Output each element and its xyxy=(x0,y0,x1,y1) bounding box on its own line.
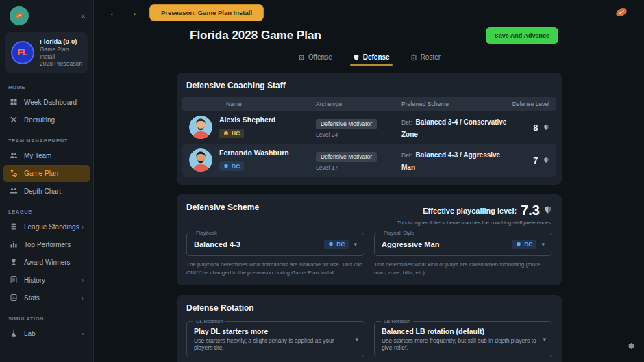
card-title: Defense Rotation xyxy=(186,303,552,313)
role-badge-dc: DC xyxy=(219,161,244,171)
col-name: Name xyxy=(189,101,316,107)
team-season: 2028 Preseason xyxy=(40,60,82,68)
table-header: Name Archetype Preferred Scheme Defense … xyxy=(182,97,556,111)
phase-pill-button[interactable]: Preseason: Game Plan Install xyxy=(149,4,264,21)
playbook-value: Balanced 4-3 xyxy=(194,240,240,248)
sidebar-item-lab[interactable]: Lab › xyxy=(3,325,90,342)
coach-name: Fernando Washburn xyxy=(219,148,289,157)
football-icon[interactable] xyxy=(614,5,629,20)
chevron-down-icon: ▾ xyxy=(543,336,546,343)
offense-tab-icon xyxy=(298,54,305,61)
gear-icon[interactable] xyxy=(626,341,636,354)
chevron-right-icon: › xyxy=(82,223,84,231)
tab-offense[interactable]: Offense xyxy=(298,53,332,64)
defense-level-value: 7 xyxy=(533,155,538,166)
tab-label: Offense xyxy=(308,53,332,61)
coach-level: Level 17 xyxy=(316,164,401,171)
sidebar-item-label: Top Performers xyxy=(24,241,71,248)
tab-label: Defense xyxy=(363,53,390,61)
shield-icon xyxy=(543,154,549,166)
chevron-down-icon: ▾ xyxy=(354,241,357,248)
dashboard-icon xyxy=(9,98,18,107)
stats-icon xyxy=(9,294,18,302)
sidebar-item-top-performers[interactable]: Top Performers xyxy=(3,236,90,253)
forward-arrow-icon[interactable]: → xyxy=(123,5,143,19)
dl-rotation-label: DL Rotation xyxy=(193,318,225,324)
sidebar-item-depth-chart[interactable]: Depth Chart xyxy=(3,183,90,200)
sidebar-item-label: Depth Chart xyxy=(24,188,61,195)
app-logo-icon[interactable] xyxy=(10,6,29,25)
sidebar-item-league-standings[interactable]: League Standings › xyxy=(3,218,90,235)
archetype-badge: Defensive Motivator xyxy=(316,152,377,162)
tab-label: Roster xyxy=(421,53,441,61)
section-label-home: HOME xyxy=(0,76,93,93)
dl-rotation-select[interactable]: DL Rotation Play DL starters more Use st… xyxy=(186,321,364,357)
role-badge-dc: DC xyxy=(324,240,349,249)
sidebar-item-stats[interactable]: Stats › xyxy=(3,289,90,307)
sidebar-item-week-dashboard[interactable]: Week Dashboard xyxy=(3,94,90,111)
roster-tab-icon xyxy=(410,54,417,61)
sidebar-item-history[interactable]: History › xyxy=(3,272,90,289)
gameplan-icon xyxy=(9,169,18,178)
dl-rotation-value: Play DL starters more xyxy=(194,327,349,335)
topbar: ← → Preseason: Game Plan Install xyxy=(95,0,644,25)
team-card[interactable]: FL Florida (0-0) Game Plan Install 2028 … xyxy=(5,32,88,73)
archetype-badge: Defensive Motivator xyxy=(316,119,377,129)
sidebar-item-game-plan[interactable]: Game Plan xyxy=(3,165,90,182)
shield-icon xyxy=(328,242,334,247)
sidebar-item-recruiting[interactable]: Recruiting xyxy=(3,112,90,129)
history-icon xyxy=(9,276,18,285)
sidebar-item-label: My Team xyxy=(24,152,51,159)
sidebar-item-label: Week Dashboard xyxy=(24,99,77,106)
lb-rotation-label: LB Rotation xyxy=(381,318,413,324)
col-archetype: Archetype xyxy=(316,101,401,107)
shield-icon xyxy=(544,205,552,217)
sidebar-item-label: Game Plan xyxy=(24,170,58,177)
shield-icon xyxy=(543,121,549,133)
depth-chart-icon xyxy=(9,187,18,196)
back-arrow-icon[interactable]: ← xyxy=(104,5,123,19)
preferred-scheme: Balanced 4-3 / Aggressive Man xyxy=(401,151,500,171)
playcall-style-select[interactable]: Playcall Style Aggressive Man DC ▾ xyxy=(374,233,552,256)
defensive-scheme-card: Defensive Scheme Effective playcalling l… xyxy=(177,194,562,285)
preferred-scheme: Balanced 3-4 / Conservative Zone xyxy=(401,118,506,138)
tab-roster[interactable]: Roster xyxy=(410,53,441,64)
playbook-select[interactable]: Playbook Balanced 4-3 DC ▾ xyxy=(186,233,364,256)
coaching-staff-table: Name Archetype Preferred Scheme Defense … xyxy=(182,97,556,177)
coach-level: Level 24 xyxy=(316,131,401,138)
lb-rotation-select[interactable]: LB Rotation Balanced LB rotation (defaul… xyxy=(374,321,552,357)
dl-rotation-desc: Use starters heavily; a slight penalty i… xyxy=(194,337,349,351)
playcall-style-value: Aggressive Man xyxy=(382,240,439,248)
lab-flask-icon xyxy=(9,329,18,338)
col-defense-level: Defense Level xyxy=(512,101,549,107)
table-row[interactable]: Fernando Washburn DC Defensive Motivator… xyxy=(182,144,556,177)
recruiting-icon xyxy=(9,116,18,125)
tab-bar: Offense Defense Roster xyxy=(95,53,644,64)
playbook-help: The playbook determines what formations … xyxy=(186,261,364,277)
sidebar-item-label: League Standings xyxy=(24,223,79,231)
team-phase: Game Plan Install xyxy=(40,46,82,60)
coach-avatar xyxy=(189,116,212,139)
sidebar-item-award-winners[interactable]: Award Winners xyxy=(3,254,90,271)
sidebar-item-my-team[interactable]: My Team xyxy=(3,147,90,164)
chevron-right-icon: › xyxy=(82,276,84,284)
section-label-simulation: SIMULATION xyxy=(0,307,93,324)
table-row[interactable]: Alexis Shepherd HC Defensive Motivator L… xyxy=(182,111,556,144)
team-name: Florida (0-0) xyxy=(40,38,82,46)
collapse-sidebar-icon[interactable]: « xyxy=(81,12,85,20)
team-icon xyxy=(9,151,18,160)
coach-name: Alexis Shepherd xyxy=(219,116,275,124)
playcalling-level-label: Effective playcalling level: xyxy=(423,207,517,215)
role-badge-dc: DC xyxy=(512,240,536,249)
sidebar-item-label: Award Winners xyxy=(24,259,71,266)
team-avatar: FL xyxy=(11,41,34,64)
tab-defense[interactable]: Defense xyxy=(353,53,390,64)
chevron-right-icon: › xyxy=(82,330,84,337)
defense-rotation-card: Defense Rotation DL Rotation Play DL sta… xyxy=(177,295,562,362)
save-and-advance-button[interactable]: Save And Advance xyxy=(486,27,558,44)
playcall-style-label: Playcall Style xyxy=(381,230,417,236)
chevron-down-icon: ▾ xyxy=(355,336,358,343)
main-content: ← → Preseason: Game Plan Install Florida… xyxy=(95,0,644,362)
award-icon xyxy=(9,258,18,267)
performers-icon xyxy=(9,240,18,249)
